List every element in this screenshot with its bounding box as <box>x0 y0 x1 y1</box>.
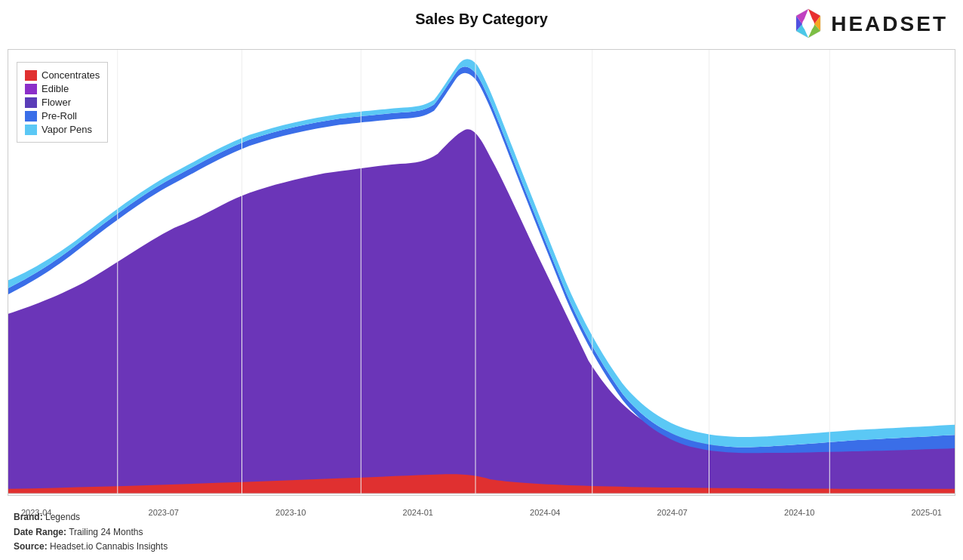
legend-color-preroll <box>25 111 37 122</box>
xaxis-label-4: 2024-04 <box>530 508 560 517</box>
legend-item-concentrates: Concentrates <box>25 69 100 81</box>
page-container: HEADSET Sales By Category <box>0 0 963 560</box>
legend-color-flower <box>25 97 37 108</box>
legend-item-edible: Edible <box>25 83 100 94</box>
legend-item-vapor-pens: Vapor Pens <box>25 124 100 135</box>
headset-logo-icon <box>792 8 825 41</box>
xaxis-label-3: 2024-01 <box>403 508 433 517</box>
legend-item-flower: Flower <box>25 97 100 108</box>
footer-source-value: Headset.io Cannabis Insights <box>50 541 168 552</box>
legend-color-vapor-pens <box>25 125 37 135</box>
logo-area: HEADSET <box>792 8 948 41</box>
xaxis-label-6: 2024-10 <box>784 508 814 517</box>
footer-date-range-label: Date Range: <box>14 527 66 537</box>
chart-wrapper <box>8 49 955 496</box>
footer-info: Brand: Legends Date Range: Trailing 24 M… <box>14 510 168 554</box>
legend-label-concentrates: Concentrates <box>42 69 100 81</box>
footer-date-range: Date Range: Trailing 24 Months <box>14 525 168 540</box>
legend-item-preroll: Pre-Roll <box>25 110 100 122</box>
legend-color-edible <box>25 84 37 94</box>
xaxis-label-5: 2024-07 <box>657 508 688 517</box>
legend-label-edible: Edible <box>42 83 69 94</box>
legend-label-preroll: Pre-Roll <box>42 110 77 122</box>
footer-brand: Brand: Legends <box>14 510 168 525</box>
legend-label-flower: Flower <box>42 97 71 108</box>
legend-label-vapor-pens: Vapor Pens <box>42 124 92 135</box>
footer-source: Source: Headset.io Cannabis Insights <box>14 540 168 554</box>
svg-point-1 <box>802 18 814 30</box>
footer-source-label: Source: <box>14 541 48 552</box>
xaxis-label-2: 2023-10 <box>275 508 306 517</box>
footer-brand-label: Brand: <box>14 512 43 522</box>
main-chart-svg <box>8 50 955 495</box>
footer-brand-value: Legends <box>45 512 80 522</box>
logo-text: HEADSET <box>831 12 948 36</box>
footer-date-range-value: Trailing 24 Months <box>69 527 143 537</box>
legend-color-concentrates <box>25 70 37 81</box>
chart-legend: Concentrates Edible Flower Pre-Roll Vapo… <box>17 62 108 143</box>
xaxis-label-7: 2025-01 <box>912 508 942 517</box>
